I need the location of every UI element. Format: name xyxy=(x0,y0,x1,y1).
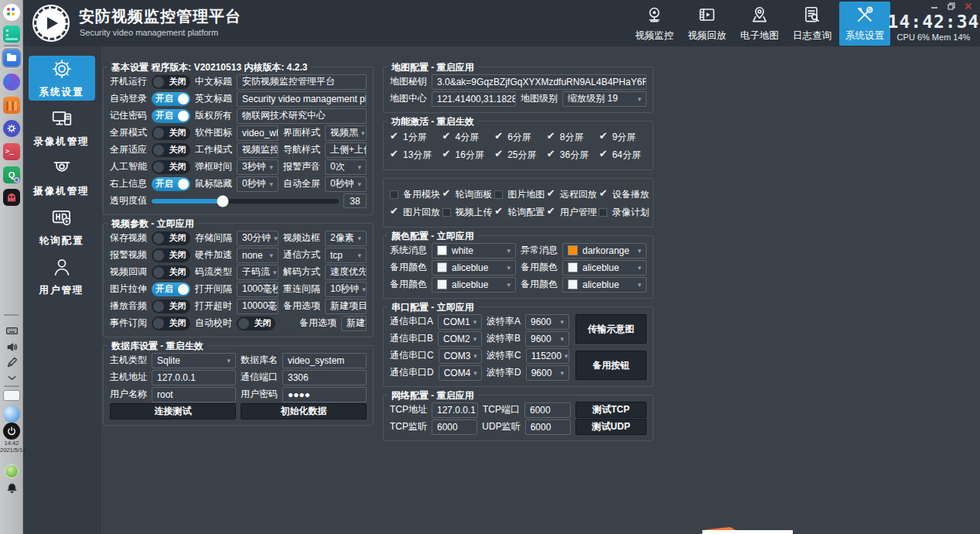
checkbox-box[interactable] xyxy=(547,151,555,159)
checkbox-box[interactable] xyxy=(599,190,607,199)
button[interactable]: 测试UDP xyxy=(575,419,647,435)
text-input[interactable]: root xyxy=(152,387,236,402)
button[interactable]: 备用按钮 xyxy=(575,351,647,380)
checkbox-box[interactable] xyxy=(390,133,398,142)
checkbox[interactable]: 1分屏 xyxy=(390,131,438,144)
button[interactable]: 初始化数据 xyxy=(241,403,367,419)
checkbox-box[interactable] xyxy=(390,190,398,199)
toggle-switch[interactable]: 关闭 xyxy=(152,317,190,330)
color-dropdown[interactable]: darkorange▾ xyxy=(562,243,647,258)
checkbox-box[interactable] xyxy=(442,133,451,142)
checkbox[interactable]: 36分屏 xyxy=(547,149,595,162)
checkbox-box[interactable] xyxy=(494,133,503,142)
dropdown[interactable]: COM2▾ xyxy=(438,331,482,347)
dropdown[interactable]: 速度优先▾ xyxy=(325,265,367,280)
notes-app-icon[interactable] xyxy=(3,26,20,43)
dropdown[interactable]: 9600▾ xyxy=(525,314,569,330)
color-dropdown[interactable]: white▾ xyxy=(432,243,516,258)
power-icon[interactable] xyxy=(3,423,20,440)
checkbox-box[interactable] xyxy=(442,208,451,217)
app-launcher-icon[interactable] xyxy=(3,4,20,21)
toggle-switch[interactable]: 开启 xyxy=(152,177,190,191)
dropdown[interactable]: 0次▾ xyxy=(325,159,367,175)
system-tools-icon[interactable] xyxy=(3,120,20,137)
updates-icon[interactable] xyxy=(5,464,19,478)
dropdown[interactable]: video_white▾ xyxy=(237,125,278,141)
dropdown[interactable]: 9600▾ xyxy=(525,331,569,347)
sidebar-item-system-settings[interactable]: 系统设置 xyxy=(29,56,95,101)
dropdown[interactable]: 0秒钟▾ xyxy=(325,176,367,192)
toggle-switch[interactable]: 关闭 xyxy=(152,265,190,279)
button[interactable]: 连接测试 xyxy=(110,403,236,419)
checkbox-box[interactable] xyxy=(494,151,503,159)
checkbox-box[interactable] xyxy=(494,208,503,217)
nav-log-query[interactable]: 日志查询 xyxy=(787,2,838,46)
toggle-switch[interactable]: 开启 xyxy=(152,92,190,106)
button[interactable]: 测试TCP xyxy=(575,402,647,418)
text-input[interactable]: 6000 xyxy=(432,419,477,435)
checkbox-box[interactable] xyxy=(442,151,451,159)
checkbox-box[interactable] xyxy=(390,151,398,159)
nav-video-playback[interactable]: 视频回放 xyxy=(681,2,732,46)
text-input[interactable]: 6000 xyxy=(524,402,571,418)
restore-button[interactable] xyxy=(948,2,955,10)
text-input[interactable]: 127.0.0.1 xyxy=(152,370,236,385)
toggle-switch[interactable]: 开启 xyxy=(152,282,190,296)
toggle-switch[interactable]: 关闭 xyxy=(152,300,190,313)
checkbox[interactable]: 远程回放 xyxy=(547,188,595,201)
dropdown[interactable]: 上侧+上侧▾ xyxy=(325,142,367,158)
text-input[interactable]: 3.0&ak=9GqzBZjfGqXYXMzdfuRN9AL4B4PHaY6R xyxy=(432,74,647,90)
software-store-icon[interactable] xyxy=(3,97,20,114)
terminal-icon[interactable]: >_ xyxy=(3,143,20,160)
checkbox-box[interactable] xyxy=(442,190,451,199)
checkbox-box[interactable] xyxy=(390,208,398,217)
file-manager-icon[interactable] xyxy=(3,50,20,67)
checkbox[interactable]: 6分屏 xyxy=(494,131,542,144)
color-dropdown[interactable]: aliceblue▾ xyxy=(562,277,647,293)
keyboard-icon[interactable] xyxy=(5,324,19,337)
toggle-switch[interactable]: 关闭 xyxy=(152,143,190,157)
text-input[interactable]: video_system xyxy=(282,353,367,368)
sidebar-item-user-management[interactable]: 用户管理 xyxy=(29,254,95,299)
screenshot-pen-icon[interactable] xyxy=(5,356,19,369)
notification-bell-icon[interactable] xyxy=(5,482,19,495)
checkbox[interactable]: 录像计划 xyxy=(599,206,647,219)
checkbox[interactable]: 设备播放 xyxy=(599,188,647,201)
button[interactable]: 传输示意图 xyxy=(575,314,647,344)
color-dropdown[interactable]: aliceblue▾ xyxy=(562,260,647,276)
dropdown[interactable]: 子码流▾ xyxy=(237,265,278,280)
dropdown[interactable]: 115200▾ xyxy=(526,348,569,364)
dropdown[interactable]: 新建项目▾ xyxy=(325,299,367,314)
video-app-icon[interactable] xyxy=(3,189,20,206)
checkbox[interactable]: 4分屏 xyxy=(442,131,490,144)
text-input[interactable]: 3306 xyxy=(282,370,367,385)
dropdown[interactable]: 0秒钟▾ xyxy=(237,176,278,192)
color-dropdown[interactable]: aliceblue▾ xyxy=(432,260,516,276)
dropdown[interactable]: 2像素▾ xyxy=(325,231,367,246)
checkbox[interactable]: 备用模块 xyxy=(390,188,438,201)
text-input[interactable]: 127.0.0.1 xyxy=(432,402,478,418)
slider-thumb[interactable] xyxy=(217,195,228,207)
toggle-switch[interactable]: 关闭 xyxy=(152,160,190,174)
color-dropdown[interactable]: aliceblue▾ xyxy=(432,277,516,293)
sidebar-item-recorder-management[interactable]: 录像机管理 xyxy=(29,105,95,150)
checkbox[interactable]: 用户管理 xyxy=(547,206,595,219)
text-input[interactable]: 物联网技术研究中心 xyxy=(237,108,367,124)
dropdown[interactable]: COM1▾ xyxy=(438,314,482,330)
dropdown[interactable]: none▾ xyxy=(237,248,278,263)
checkbox[interactable]: 9分屏 xyxy=(599,131,647,144)
checkbox[interactable]: 64分屏 xyxy=(599,149,647,162)
dropdown[interactable]: 10000毫秒▾ xyxy=(237,299,278,314)
toggle-switch[interactable]: 关闭 xyxy=(152,231,190,245)
checkbox[interactable]: 8分屏 xyxy=(547,131,595,144)
dropdown[interactable]: 30分钟▾ xyxy=(237,231,278,246)
checkbox[interactable]: 图片地图 xyxy=(494,188,542,201)
checkbox[interactable]: 轮询面板 xyxy=(442,188,490,201)
checkbox[interactable]: 16分屏 xyxy=(442,149,490,162)
dropdown[interactable]: 10秒钟▾ xyxy=(325,282,367,297)
toggle-switch[interactable]: 关闭 xyxy=(152,248,190,262)
sidebar-item-camera-management[interactable]: 摄像机管理 xyxy=(29,155,95,200)
dropdown[interactable]: 9600▾ xyxy=(526,365,569,381)
dropdown[interactable]: 3秒钟▾ xyxy=(237,159,278,175)
toggle-switch[interactable]: 关闭 xyxy=(152,126,190,140)
